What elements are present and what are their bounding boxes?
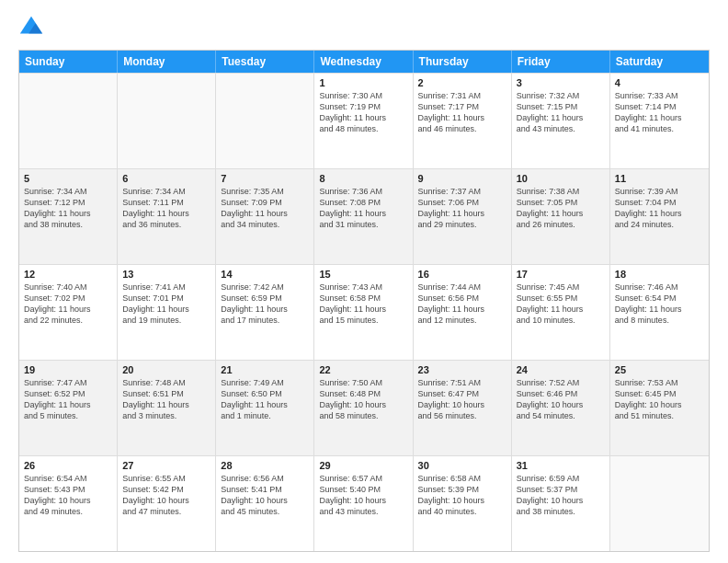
day-info: Sunrise: 7:31 AM Sunset: 7:17 PM Dayligh… — [418, 90, 506, 135]
day-cell-7: 7Sunrise: 7:35 AM Sunset: 7:09 PM Daylig… — [216, 169, 314, 264]
header-day-wednesday: Wednesday — [314, 51, 413, 73]
day-info: Sunrise: 7:30 AM Sunset: 7:19 PM Dayligh… — [319, 90, 407, 135]
day-number: 16 — [418, 269, 506, 280]
day-cell-17: 17Sunrise: 7:45 AM Sunset: 6:55 PM Dayli… — [512, 265, 610, 360]
day-cell-27: 27Sunrise: 6:55 AM Sunset: 5:42 PM Dayli… — [118, 456, 216, 551]
day-number: 19 — [24, 364, 112, 375]
day-cell-18: 18Sunrise: 7:46 AM Sunset: 6:54 PM Dayli… — [610, 265, 709, 360]
calendar-row-3: 12Sunrise: 7:40 AM Sunset: 7:02 PM Dayli… — [19, 264, 709, 360]
day-cell-26: 26Sunrise: 6:54 AM Sunset: 5:43 PM Dayli… — [19, 456, 118, 551]
day-info: Sunrise: 7:43 AM Sunset: 6:58 PM Dayligh… — [319, 282, 407, 327]
day-number: 5 — [24, 173, 112, 184]
day-number: 18 — [615, 269, 704, 280]
day-cell-24: 24Sunrise: 7:52 AM Sunset: 6:46 PM Dayli… — [512, 361, 610, 455]
day-number: 21 — [221, 364, 309, 375]
calendar-row-5: 26Sunrise: 6:54 AM Sunset: 5:43 PM Dayli… — [19, 455, 709, 551]
day-number: 7 — [221, 173, 309, 184]
day-number: 22 — [319, 364, 407, 375]
calendar-row-2: 5Sunrise: 7:34 AM Sunset: 7:12 PM Daylig… — [19, 168, 709, 264]
day-info: Sunrise: 7:48 AM Sunset: 6:51 PM Dayligh… — [122, 377, 210, 422]
day-cell-13: 13Sunrise: 7:41 AM Sunset: 7:01 PM Dayli… — [118, 265, 216, 360]
day-cell-31: 31Sunrise: 6:59 AM Sunset: 5:37 PM Dayli… — [512, 456, 610, 551]
day-number: 31 — [517, 460, 605, 471]
day-number: 2 — [418, 77, 506, 88]
day-number: 30 — [418, 460, 506, 471]
day-number: 26 — [24, 460, 112, 471]
day-number: 29 — [319, 460, 407, 471]
day-number: 25 — [615, 364, 704, 375]
logo — [18, 15, 48, 40]
day-cell-8: 8Sunrise: 7:36 AM Sunset: 7:08 PM Daylig… — [314, 169, 413, 264]
day-cell-1: 1Sunrise: 7:30 AM Sunset: 7:19 PM Daylig… — [314, 74, 413, 168]
day-number: 24 — [517, 364, 605, 375]
calendar-row-4: 19Sunrise: 7:47 AM Sunset: 6:52 PM Dayli… — [19, 360, 709, 455]
day-info: Sunrise: 7:34 AM Sunset: 7:12 PM Dayligh… — [24, 186, 112, 231]
empty-cell — [610, 456, 709, 551]
day-number: 11 — [615, 173, 704, 184]
header-day-tuesday: Tuesday — [216, 51, 314, 73]
day-info: Sunrise: 7:47 AM Sunset: 6:52 PM Dayligh… — [24, 377, 112, 422]
day-cell-3: 3Sunrise: 7:32 AM Sunset: 7:15 PM Daylig… — [512, 74, 610, 168]
day-number: 8 — [319, 173, 407, 184]
day-info: Sunrise: 7:50 AM Sunset: 6:48 PM Dayligh… — [319, 377, 407, 422]
day-info: Sunrise: 6:54 AM Sunset: 5:43 PM Dayligh… — [24, 473, 112, 518]
calendar-header: SundayMondayTuesdayWednesdayThursdayFrid… — [19, 51, 709, 73]
page: SundayMondayTuesdayWednesdayThursdayFrid… — [0, 0, 728, 563]
day-info: Sunrise: 7:45 AM Sunset: 6:55 PM Dayligh… — [517, 282, 605, 327]
day-info: Sunrise: 7:34 AM Sunset: 7:11 PM Dayligh… — [122, 186, 210, 231]
day-info: Sunrise: 7:51 AM Sunset: 6:47 PM Dayligh… — [418, 377, 506, 422]
day-info: Sunrise: 7:39 AM Sunset: 7:04 PM Dayligh… — [615, 186, 704, 231]
day-cell-21: 21Sunrise: 7:49 AM Sunset: 6:50 PM Dayli… — [216, 361, 314, 455]
day-number: 1 — [319, 77, 407, 88]
day-cell-28: 28Sunrise: 6:56 AM Sunset: 5:41 PM Dayli… — [216, 456, 314, 551]
day-number: 4 — [615, 77, 704, 88]
header-day-thursday: Thursday — [414, 51, 512, 73]
day-number: 9 — [418, 173, 506, 184]
day-info: Sunrise: 7:36 AM Sunset: 7:08 PM Dayligh… — [319, 186, 407, 231]
day-info: Sunrise: 7:41 AM Sunset: 7:01 PM Dayligh… — [122, 282, 210, 327]
day-info: Sunrise: 7:32 AM Sunset: 7:15 PM Dayligh… — [517, 90, 605, 135]
day-info: Sunrise: 7:38 AM Sunset: 7:05 PM Dayligh… — [517, 186, 605, 231]
day-info: Sunrise: 6:59 AM Sunset: 5:37 PM Dayligh… — [517, 473, 605, 518]
day-number: 3 — [517, 77, 605, 88]
day-number: 10 — [517, 173, 605, 184]
day-info: Sunrise: 7:52 AM Sunset: 6:46 PM Dayligh… — [517, 377, 605, 422]
empty-cell — [19, 74, 118, 168]
day-cell-19: 19Sunrise: 7:47 AM Sunset: 6:52 PM Dayli… — [19, 361, 118, 455]
day-info: Sunrise: 6:58 AM Sunset: 5:39 PM Dayligh… — [418, 473, 506, 518]
day-cell-22: 22Sunrise: 7:50 AM Sunset: 6:48 PM Dayli… — [314, 361, 413, 455]
day-cell-30: 30Sunrise: 6:58 AM Sunset: 5:39 PM Dayli… — [414, 456, 512, 551]
day-number: 15 — [319, 269, 407, 280]
day-cell-23: 23Sunrise: 7:51 AM Sunset: 6:47 PM Dayli… — [414, 361, 512, 455]
calendar-row-1: 1Sunrise: 7:30 AM Sunset: 7:19 PM Daylig… — [19, 73, 709, 168]
empty-cell — [118, 74, 216, 168]
day-info: Sunrise: 7:35 AM Sunset: 7:09 PM Dayligh… — [221, 186, 309, 231]
day-cell-12: 12Sunrise: 7:40 AM Sunset: 7:02 PM Dayli… — [19, 265, 118, 360]
day-number: 12 — [24, 269, 112, 280]
day-info: Sunrise: 6:55 AM Sunset: 5:42 PM Dayligh… — [122, 473, 210, 518]
day-info: Sunrise: 7:40 AM Sunset: 7:02 PM Dayligh… — [24, 282, 112, 327]
day-number: 20 — [122, 364, 210, 375]
header-day-sunday: Sunday — [19, 51, 118, 73]
day-info: Sunrise: 7:49 AM Sunset: 6:50 PM Dayligh… — [221, 377, 309, 422]
day-cell-20: 20Sunrise: 7:48 AM Sunset: 6:51 PM Dayli… — [118, 361, 216, 455]
day-cell-25: 25Sunrise: 7:53 AM Sunset: 6:45 PM Dayli… — [610, 361, 709, 455]
day-info: Sunrise: 7:46 AM Sunset: 6:54 PM Dayligh… — [615, 282, 704, 327]
day-cell-6: 6Sunrise: 7:34 AM Sunset: 7:11 PM Daylig… — [118, 169, 216, 264]
day-cell-9: 9Sunrise: 7:37 AM Sunset: 7:06 PM Daylig… — [414, 169, 512, 264]
logo-icon — [18, 15, 44, 40]
day-cell-10: 10Sunrise: 7:38 AM Sunset: 7:05 PM Dayli… — [512, 169, 610, 264]
day-number: 6 — [122, 173, 210, 184]
day-info: Sunrise: 7:33 AM Sunset: 7:14 PM Dayligh… — [615, 90, 704, 135]
day-info: Sunrise: 7:37 AM Sunset: 7:06 PM Dayligh… — [418, 186, 506, 231]
day-cell-16: 16Sunrise: 7:44 AM Sunset: 6:56 PM Dayli… — [414, 265, 512, 360]
day-info: Sunrise: 6:56 AM Sunset: 5:41 PM Dayligh… — [221, 473, 309, 518]
day-cell-15: 15Sunrise: 7:43 AM Sunset: 6:58 PM Dayli… — [314, 265, 413, 360]
day-cell-29: 29Sunrise: 6:57 AM Sunset: 5:40 PM Dayli… — [314, 456, 413, 551]
day-info: Sunrise: 6:57 AM Sunset: 5:40 PM Dayligh… — [319, 473, 407, 518]
header — [18, 15, 710, 40]
day-cell-14: 14Sunrise: 7:42 AM Sunset: 6:59 PM Dayli… — [216, 265, 314, 360]
day-info: Sunrise: 7:44 AM Sunset: 6:56 PM Dayligh… — [418, 282, 506, 327]
calendar-body: 1Sunrise: 7:30 AM Sunset: 7:19 PM Daylig… — [19, 73, 709, 551]
header-day-saturday: Saturday — [610, 51, 709, 73]
